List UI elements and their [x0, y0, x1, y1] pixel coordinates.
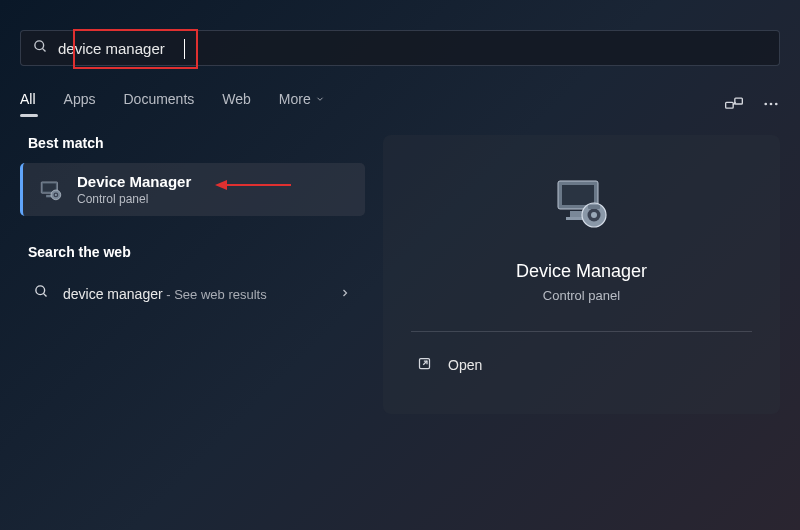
result-text: Device Manager Control panel — [77, 173, 191, 206]
more-options-icon[interactable] — [762, 95, 780, 113]
preview-subtitle: Control panel — [543, 288, 620, 303]
search-bar[interactable] — [20, 30, 780, 66]
web-result-query: device manager — [63, 286, 163, 302]
tabs-right — [724, 95, 780, 113]
svg-point-16 — [36, 286, 45, 295]
svg-rect-19 — [562, 185, 594, 205]
text-cursor — [184, 39, 185, 59]
content-area: Best match Device Manager Control panel — [20, 135, 780, 414]
chevron-down-icon — [315, 94, 325, 104]
preview-panel: Device Manager Control panel Open — [383, 135, 780, 414]
web-result-suffix: - See web results — [163, 287, 267, 302]
search-web-heading: Search the web — [28, 244, 365, 260]
result-subtitle: Control panel — [77, 192, 191, 206]
results-panel: Best match Device Manager Control panel — [20, 135, 365, 414]
tab-all[interactable]: All — [20, 91, 36, 117]
svg-rect-25 — [588, 205, 600, 209]
annotation-arrow — [213, 177, 293, 193]
web-result-item[interactable]: device manager - See web results — [20, 272, 365, 315]
svg-line-17 — [43, 293, 46, 296]
preview-title: Device Manager — [516, 261, 647, 282]
tab-web[interactable]: Web — [222, 91, 251, 117]
best-match-heading: Best match — [28, 135, 365, 151]
web-result-text: device manager - See web results — [63, 286, 325, 302]
tabs-row: All Apps Documents Web More — [20, 91, 780, 117]
svg-point-24 — [591, 212, 597, 218]
chevron-right-icon — [339, 285, 351, 303]
device-manager-icon — [37, 176, 65, 204]
divider — [411, 331, 752, 332]
tabs-left: All Apps Documents Web More — [20, 91, 325, 117]
tab-more-label: More — [279, 91, 311, 107]
svg-line-1 — [42, 48, 45, 51]
svg-point-6 — [770, 103, 773, 106]
tab-apps[interactable]: Apps — [64, 91, 96, 117]
open-external-icon — [417, 356, 432, 374]
tab-documents[interactable]: Documents — [123, 91, 194, 117]
open-action[interactable]: Open — [411, 346, 752, 384]
svg-point-13 — [55, 193, 57, 195]
svg-point-0 — [35, 40, 44, 49]
search-input[interactable] — [58, 40, 767, 57]
svg-rect-2 — [726, 102, 734, 108]
search-icon — [34, 284, 49, 303]
open-action-label: Open — [448, 357, 482, 373]
search-icon — [33, 39, 48, 58]
network-icon[interactable] — [724, 95, 744, 113]
svg-marker-15 — [215, 180, 227, 190]
tab-more[interactable]: More — [279, 91, 325, 117]
result-title: Device Manager — [77, 173, 191, 190]
search-web-section: Search the web device manager - See web … — [20, 244, 365, 315]
best-match-result[interactable]: Device Manager Control panel — [20, 163, 365, 216]
preview-device-manager-icon — [550, 177, 614, 237]
svg-point-7 — [775, 103, 778, 106]
svg-point-5 — [764, 103, 767, 106]
svg-rect-3 — [735, 98, 743, 104]
